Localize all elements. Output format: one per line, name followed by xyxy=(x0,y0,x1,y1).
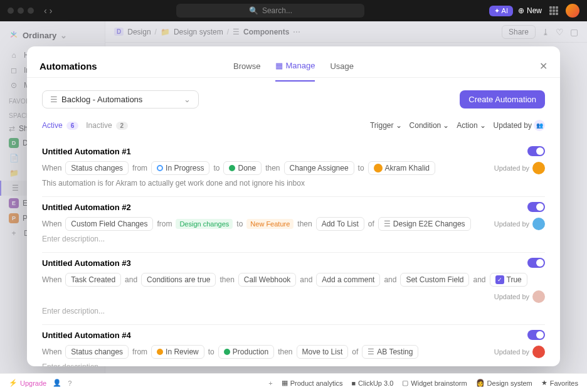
automation-item: Untitled Automation #4 When Status chang… xyxy=(42,325,545,366)
user-avatar[interactable] xyxy=(566,4,579,18)
footer-bar: ⚡ Upgrade 👤 ? + ▦ Product analytics ■ Cl… xyxy=(0,373,587,392)
close-button[interactable]: ✕ xyxy=(539,60,547,72)
updated-by-label: Updated by xyxy=(494,346,545,358)
action-chip[interactable]: Add a comment xyxy=(316,273,380,287)
automation-item: Untitled Automation #2 When Custom Field… xyxy=(42,197,545,253)
automations-modal: Automations Browse ▦Manage Usage ✕ ☰ Bac… xyxy=(27,46,560,366)
assignee-chip[interactable]: Akram Khalid xyxy=(368,161,435,175)
create-automation-button[interactable]: Create Automation xyxy=(460,90,545,109)
automation-description[interactable]: Enter description... xyxy=(42,307,545,315)
action-chip[interactable]: Set Custom Field xyxy=(400,273,469,287)
toggle-switch[interactable] xyxy=(527,258,545,268)
automation-title[interactable]: Untitled Automation #2 xyxy=(42,203,131,212)
avatar-icon xyxy=(532,162,545,174)
footer-item[interactable]: ★ Favorites xyxy=(541,379,578,387)
trigger-chip[interactable]: Custom Field Changes xyxy=(65,217,153,231)
status-dot-icon xyxy=(224,349,230,355)
avatar-icon xyxy=(532,346,545,358)
search-icon: 🔍 xyxy=(249,6,258,15)
help-icon[interactable]: ? xyxy=(68,379,71,387)
footer-item[interactable]: ▢ Widget brainstorm xyxy=(402,379,467,387)
list-chip[interactable]: ☰Design E2E Changes xyxy=(378,217,471,231)
filter-updated-by[interactable]: Updated by 👥 xyxy=(494,120,545,131)
active-count-badge: 6 xyxy=(66,122,79,130)
action-chip[interactable]: Move to List xyxy=(297,345,349,359)
tag-chip[interactable]: Design changes xyxy=(176,219,233,229)
footer-item[interactable]: ▦ Product analytics xyxy=(282,379,343,387)
dropdown-label: Backlog - Automations xyxy=(61,95,142,104)
automation-description[interactable]: This automation is for Akram to actually… xyxy=(42,179,545,188)
status-dot-icon xyxy=(229,165,235,171)
nav-arrows: ‹ › xyxy=(44,6,52,16)
add-icon[interactable]: + xyxy=(268,379,272,387)
trigger-chip[interactable]: Task Created xyxy=(65,273,121,287)
filter-condition[interactable]: Condition ⌄ xyxy=(410,121,450,130)
status-chip[interactable]: In Review xyxy=(151,345,204,359)
list-icon: ☰ xyxy=(384,220,391,228)
status-chip[interactable]: In Progress xyxy=(151,161,209,175)
modal-title: Automations xyxy=(40,61,97,72)
search-input[interactable]: 🔍 Search... xyxy=(176,4,364,18)
automation-description[interactable]: Enter description... xyxy=(42,363,545,366)
automation-title[interactable]: Untitled Automation #3 xyxy=(42,258,131,268)
automation-item: Untitled Automation #3 When Task Created… xyxy=(42,253,545,325)
condition-chip[interactable]: Conditions are true xyxy=(141,273,216,287)
action-chip[interactable]: Change Assignee xyxy=(284,161,354,175)
apps-icon[interactable] xyxy=(549,6,558,15)
tab-usage[interactable]: Usage xyxy=(330,51,354,82)
chevron-down-icon: ⌄ xyxy=(184,95,191,104)
trigger-chip[interactable]: Status changes xyxy=(65,345,129,359)
automation-title[interactable]: Untitled Automation #1 xyxy=(42,147,131,156)
new-button[interactable]: ⊕ New xyxy=(518,6,542,15)
search-placeholder: Search... xyxy=(262,6,292,15)
modal-overlay: Automations Browse ▦Manage Usage ✕ ☰ Bac… xyxy=(0,21,587,373)
action-chip[interactable]: Add To List xyxy=(316,217,364,231)
forward-icon[interactable]: › xyxy=(50,6,53,16)
modal-header: Automations Browse ▦Manage Usage ✕ xyxy=(27,46,560,78)
list-selector-dropdown[interactable]: ☰ Backlog - Automations ⌄ xyxy=(42,90,199,109)
list-chip[interactable]: ☰AB Testing xyxy=(362,345,418,359)
user-icon[interactable]: 👤 xyxy=(53,379,61,387)
filter-active[interactable]: Active 6 xyxy=(42,121,78,130)
list-icon: ☰ xyxy=(50,95,58,104)
updated-by-label: Updated by xyxy=(494,162,545,174)
tag-chip[interactable]: New Feature xyxy=(246,219,294,229)
trigger-chip[interactable]: Status changes xyxy=(65,161,129,175)
back-icon[interactable]: ‹ xyxy=(44,6,47,16)
chevron-down-icon: ⌄ xyxy=(396,121,402,130)
automation-title[interactable]: Untitled Automation #4 xyxy=(42,331,131,340)
status-dot-icon xyxy=(157,165,163,171)
status-dot-icon xyxy=(157,349,163,355)
ai-button[interactable]: ✦ AI xyxy=(489,6,513,16)
updated-by-label: Updated by xyxy=(494,290,545,303)
window-controls xyxy=(8,8,34,14)
upgrade-button[interactable]: ⚡ Upgrade xyxy=(9,379,46,387)
status-chip[interactable]: Done xyxy=(223,161,262,175)
user-filter-icon: 👥 xyxy=(534,120,545,131)
footer-item[interactable]: ■ ClickUp 3.0 xyxy=(351,379,393,387)
topbar: ‹ › 🔍 Search... ✦ AI ⊕ New xyxy=(0,0,587,21)
filter-action[interactable]: Action ⌄ xyxy=(457,121,485,130)
automation-item: Untitled Automation #1 When Status chang… xyxy=(42,141,545,197)
footer-item[interactable]: 👩 Design system xyxy=(476,379,532,387)
avatar-icon xyxy=(532,290,545,303)
toggle-switch[interactable] xyxy=(527,202,545,212)
inactive-count-badge: 2 xyxy=(116,122,129,130)
tab-manage[interactable]: ▦Manage xyxy=(275,51,315,82)
filter-inactive[interactable]: Inactive 2 xyxy=(86,121,128,130)
manage-icon: ▦ xyxy=(275,61,283,70)
list-icon: ☰ xyxy=(368,347,374,356)
tab-browse[interactable]: Browse xyxy=(233,51,260,82)
bool-chip[interactable]: ✓True xyxy=(490,273,527,287)
toggle-switch[interactable] xyxy=(527,146,545,156)
avatar-icon xyxy=(374,164,383,172)
toggle-switch[interactable] xyxy=(527,330,545,340)
checkbox-icon: ✓ xyxy=(495,275,504,284)
action-chip[interactable]: Call Webhook xyxy=(238,273,296,287)
chevron-down-icon: ⌄ xyxy=(443,121,449,130)
status-chip[interactable]: Production xyxy=(218,345,274,359)
filter-trigger[interactable]: Trigger ⌄ xyxy=(370,121,402,130)
automation-description[interactable]: Enter description... xyxy=(42,235,545,243)
chevron-down-icon: ⌄ xyxy=(480,121,486,130)
avatar-icon xyxy=(532,218,545,230)
